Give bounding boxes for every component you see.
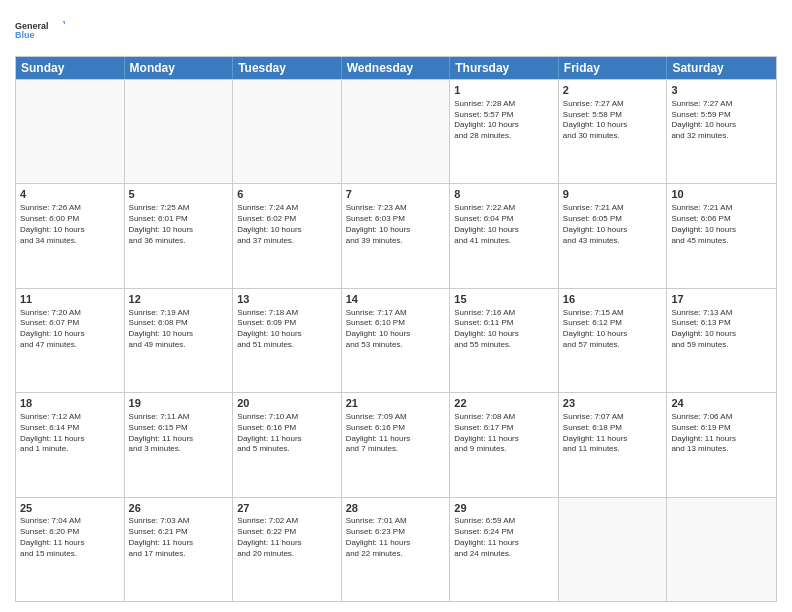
calendar-week-row: 11Sunrise: 7:20 AM Sunset: 6:07 PM Dayli… <box>16 288 776 392</box>
day-number: 23 <box>563 396 663 411</box>
calendar-cell <box>233 80 342 183</box>
day-info: Sunrise: 7:13 AM Sunset: 6:13 PM Dayligh… <box>671 308 772 351</box>
calendar-cell: 14Sunrise: 7:17 AM Sunset: 6:10 PM Dayli… <box>342 289 451 392</box>
calendar-cell <box>125 80 234 183</box>
day-info: Sunrise: 7:27 AM Sunset: 5:59 PM Dayligh… <box>671 99 772 142</box>
calendar-day-header: Wednesday <box>342 57 451 79</box>
day-info: Sunrise: 7:16 AM Sunset: 6:11 PM Dayligh… <box>454 308 554 351</box>
calendar-week-row: 1Sunrise: 7:28 AM Sunset: 5:57 PM Daylig… <box>16 79 776 183</box>
day-number: 3 <box>671 83 772 98</box>
calendar-cell <box>16 80 125 183</box>
calendar-cell: 12Sunrise: 7:19 AM Sunset: 6:08 PM Dayli… <box>125 289 234 392</box>
day-number: 29 <box>454 501 554 516</box>
day-info: Sunrise: 7:27 AM Sunset: 5:58 PM Dayligh… <box>563 99 663 142</box>
day-info: Sunrise: 7:17 AM Sunset: 6:10 PM Dayligh… <box>346 308 446 351</box>
calendar-week-row: 4Sunrise: 7:26 AM Sunset: 6:00 PM Daylig… <box>16 183 776 287</box>
day-number: 26 <box>129 501 229 516</box>
svg-text:Blue: Blue <box>15 30 35 40</box>
day-info: Sunrise: 7:15 AM Sunset: 6:12 PM Dayligh… <box>563 308 663 351</box>
day-info: Sunrise: 7:09 AM Sunset: 6:16 PM Dayligh… <box>346 412 446 455</box>
day-number: 7 <box>346 187 446 202</box>
calendar-cell: 23Sunrise: 7:07 AM Sunset: 6:18 PM Dayli… <box>559 393 668 496</box>
day-number: 25 <box>20 501 120 516</box>
calendar-cell: 20Sunrise: 7:10 AM Sunset: 6:16 PM Dayli… <box>233 393 342 496</box>
calendar-day-header: Tuesday <box>233 57 342 79</box>
day-number: 14 <box>346 292 446 307</box>
calendar-cell: 5Sunrise: 7:25 AM Sunset: 6:01 PM Daylig… <box>125 184 234 287</box>
calendar-cell: 11Sunrise: 7:20 AM Sunset: 6:07 PM Dayli… <box>16 289 125 392</box>
calendar-cell: 15Sunrise: 7:16 AM Sunset: 6:11 PM Dayli… <box>450 289 559 392</box>
day-number: 28 <box>346 501 446 516</box>
calendar-cell: 10Sunrise: 7:21 AM Sunset: 6:06 PM Dayli… <box>667 184 776 287</box>
calendar-cell: 26Sunrise: 7:03 AM Sunset: 6:21 PM Dayli… <box>125 498 234 601</box>
day-number: 4 <box>20 187 120 202</box>
day-info: Sunrise: 7:07 AM Sunset: 6:18 PM Dayligh… <box>563 412 663 455</box>
calendar-cell: 6Sunrise: 7:24 AM Sunset: 6:02 PM Daylig… <box>233 184 342 287</box>
calendar-cell <box>559 498 668 601</box>
calendar-cell: 28Sunrise: 7:01 AM Sunset: 6:23 PM Dayli… <box>342 498 451 601</box>
calendar-cell: 25Sunrise: 7:04 AM Sunset: 6:20 PM Dayli… <box>16 498 125 601</box>
day-info: Sunrise: 7:21 AM Sunset: 6:05 PM Dayligh… <box>563 203 663 246</box>
calendar-header: SundayMondayTuesdayWednesdayThursdayFrid… <box>16 57 776 79</box>
day-info: Sunrise: 7:23 AM Sunset: 6:03 PM Dayligh… <box>346 203 446 246</box>
day-info: Sunrise: 7:01 AM Sunset: 6:23 PM Dayligh… <box>346 516 446 559</box>
day-info: Sunrise: 7:28 AM Sunset: 5:57 PM Dayligh… <box>454 99 554 142</box>
day-info: Sunrise: 7:11 AM Sunset: 6:15 PM Dayligh… <box>129 412 229 455</box>
day-number: 8 <box>454 187 554 202</box>
calendar-cell: 9Sunrise: 7:21 AM Sunset: 6:05 PM Daylig… <box>559 184 668 287</box>
calendar-cell: 18Sunrise: 7:12 AM Sunset: 6:14 PM Dayli… <box>16 393 125 496</box>
day-info: Sunrise: 7:18 AM Sunset: 6:09 PM Dayligh… <box>237 308 337 351</box>
day-info: Sunrise: 7:25 AM Sunset: 6:01 PM Dayligh… <box>129 203 229 246</box>
calendar-cell: 8Sunrise: 7:22 AM Sunset: 6:04 PM Daylig… <box>450 184 559 287</box>
day-number: 24 <box>671 396 772 411</box>
calendar-cell <box>667 498 776 601</box>
calendar-cell: 24Sunrise: 7:06 AM Sunset: 6:19 PM Dayli… <box>667 393 776 496</box>
calendar-day-header: Friday <box>559 57 668 79</box>
day-number: 10 <box>671 187 772 202</box>
calendar-cell: 1Sunrise: 7:28 AM Sunset: 5:57 PM Daylig… <box>450 80 559 183</box>
calendar-cell: 27Sunrise: 7:02 AM Sunset: 6:22 PM Dayli… <box>233 498 342 601</box>
day-number: 13 <box>237 292 337 307</box>
day-info: Sunrise: 7:19 AM Sunset: 6:08 PM Dayligh… <box>129 308 229 351</box>
day-number: 27 <box>237 501 337 516</box>
logo: General Blue <box>15 10 65 50</box>
day-number: 2 <box>563 83 663 98</box>
day-info: Sunrise: 7:21 AM Sunset: 6:06 PM Dayligh… <box>671 203 772 246</box>
calendar-cell: 4Sunrise: 7:26 AM Sunset: 6:00 PM Daylig… <box>16 184 125 287</box>
calendar: SundayMondayTuesdayWednesdayThursdayFrid… <box>15 56 777 602</box>
calendar-cell: 17Sunrise: 7:13 AM Sunset: 6:13 PM Dayli… <box>667 289 776 392</box>
day-info: Sunrise: 6:59 AM Sunset: 6:24 PM Dayligh… <box>454 516 554 559</box>
day-info: Sunrise: 7:22 AM Sunset: 6:04 PM Dayligh… <box>454 203 554 246</box>
calendar-body: 1Sunrise: 7:28 AM Sunset: 5:57 PM Daylig… <box>16 79 776 601</box>
day-number: 17 <box>671 292 772 307</box>
calendar-week-row: 18Sunrise: 7:12 AM Sunset: 6:14 PM Dayli… <box>16 392 776 496</box>
day-info: Sunrise: 7:06 AM Sunset: 6:19 PM Dayligh… <box>671 412 772 455</box>
calendar-cell: 16Sunrise: 7:15 AM Sunset: 6:12 PM Dayli… <box>559 289 668 392</box>
svg-marker-2 <box>63 21 66 28</box>
calendar-cell: 21Sunrise: 7:09 AM Sunset: 6:16 PM Dayli… <box>342 393 451 496</box>
day-number: 1 <box>454 83 554 98</box>
calendar-day-header: Sunday <box>16 57 125 79</box>
calendar-cell: 19Sunrise: 7:11 AM Sunset: 6:15 PM Dayli… <box>125 393 234 496</box>
day-info: Sunrise: 7:12 AM Sunset: 6:14 PM Dayligh… <box>20 412 120 455</box>
day-info: Sunrise: 7:08 AM Sunset: 6:17 PM Dayligh… <box>454 412 554 455</box>
calendar-day-header: Thursday <box>450 57 559 79</box>
day-number: 21 <box>346 396 446 411</box>
day-number: 18 <box>20 396 120 411</box>
day-info: Sunrise: 7:02 AM Sunset: 6:22 PM Dayligh… <box>237 516 337 559</box>
day-number: 6 <box>237 187 337 202</box>
calendar-cell: 2Sunrise: 7:27 AM Sunset: 5:58 PM Daylig… <box>559 80 668 183</box>
logo-svg: General Blue <box>15 10 65 50</box>
calendar-day-header: Monday <box>125 57 234 79</box>
day-number: 22 <box>454 396 554 411</box>
calendar-week-row: 25Sunrise: 7:04 AM Sunset: 6:20 PM Dayli… <box>16 497 776 601</box>
day-number: 5 <box>129 187 229 202</box>
day-number: 15 <box>454 292 554 307</box>
day-info: Sunrise: 7:03 AM Sunset: 6:21 PM Dayligh… <box>129 516 229 559</box>
day-info: Sunrise: 7:24 AM Sunset: 6:02 PM Dayligh… <box>237 203 337 246</box>
calendar-cell: 7Sunrise: 7:23 AM Sunset: 6:03 PM Daylig… <box>342 184 451 287</box>
calendar-cell: 13Sunrise: 7:18 AM Sunset: 6:09 PM Dayli… <box>233 289 342 392</box>
calendar-cell <box>342 80 451 183</box>
svg-text:General: General <box>15 21 49 31</box>
day-info: Sunrise: 7:26 AM Sunset: 6:00 PM Dayligh… <box>20 203 120 246</box>
